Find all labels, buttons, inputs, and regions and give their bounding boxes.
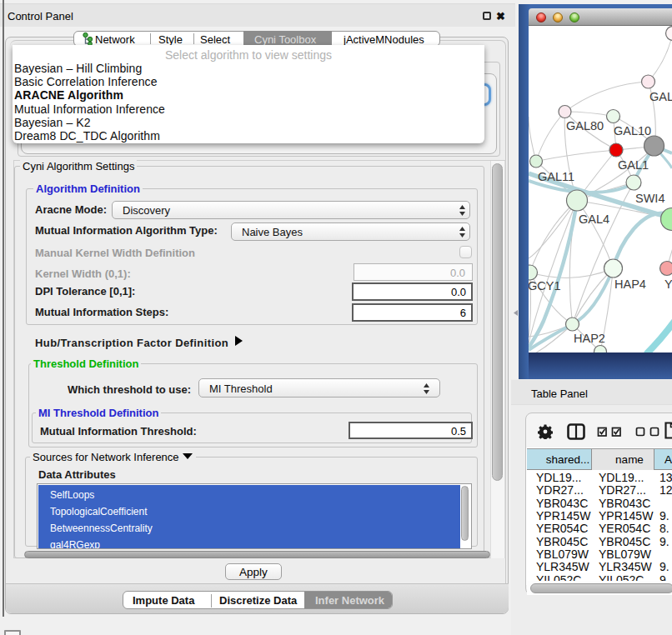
svg-text:GAL80: GAL80 bbox=[566, 119, 604, 132]
svg-text:HAP4: HAP4 bbox=[614, 278, 646, 291]
svg-text:Y: Y bbox=[664, 278, 672, 291]
svg-text:GCY1: GCY1 bbox=[529, 279, 561, 292]
svg-text:GAL2: GAL2 bbox=[649, 90, 672, 103]
svg-text:SWI4: SWI4 bbox=[635, 192, 664, 205]
svg-text:HAP2: HAP2 bbox=[574, 332, 605, 345]
svg-text:GAL10: GAL10 bbox=[614, 124, 651, 138]
svg-text:GAL11: GAL11 bbox=[538, 170, 574, 183]
svg-text:GAL1: GAL1 bbox=[618, 158, 649, 172]
svg-text:GAL4: GAL4 bbox=[579, 212, 609, 226]
